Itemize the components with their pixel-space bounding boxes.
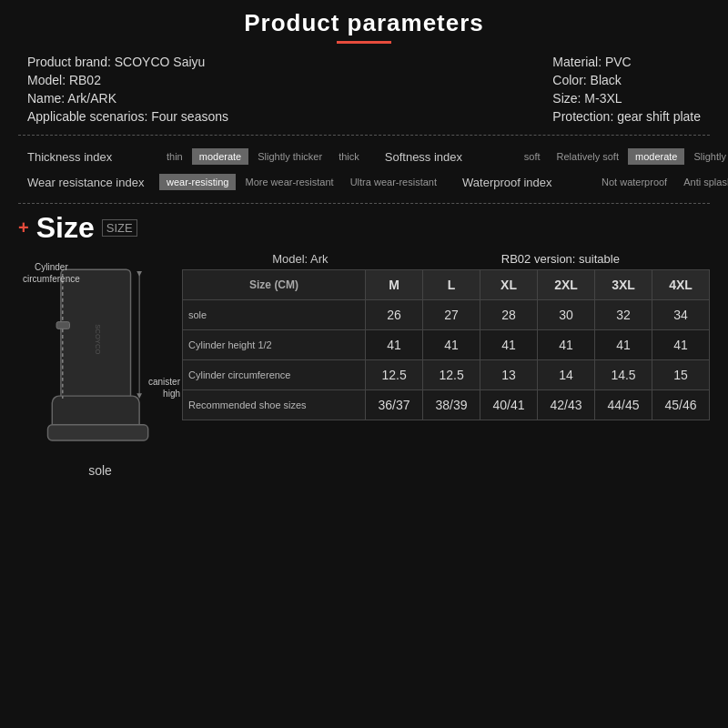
- col-header-4xl: 4XL: [652, 270, 710, 300]
- protection: Protection: gear shift plate: [552, 109, 701, 124]
- header: Product parameters: [18, 9, 710, 44]
- col-header-3xl: 3XL: [595, 270, 652, 300]
- row-label-sole: sole: [183, 300, 366, 330]
- size-table: Size (CM) M L XL 2XL 3XL 4XL sole 26: [182, 269, 710, 420]
- cylh-4xl: 41: [652, 330, 710, 360]
- softness-seg-3: Slightly hard: [686, 148, 728, 165]
- size-table-wrap: Model: Ark RB02 version: suitable Size (…: [182, 252, 710, 478]
- svg-rect-4: [56, 322, 69, 329]
- size-subtitle: SIZE: [102, 219, 137, 237]
- thickness-seg-1: moderate: [192, 148, 248, 165]
- cylc-xl: 13: [480, 360, 538, 390]
- cylh-l: 41: [423, 330, 480, 360]
- row-label-cylinder-height: Cylinder height 1/2: [183, 330, 366, 360]
- wear-seg-2: Ultra wear-resistant: [343, 174, 444, 190]
- shoe-l: 38/39: [423, 390, 480, 420]
- sole-2xl: 30: [538, 300, 595, 330]
- model-headers: Model: Ark RB02 version: suitable: [182, 252, 710, 266]
- row-label-cylinder-circ: Cylinder circumference: [183, 360, 366, 390]
- table-row: Recommended shoe sizes 36/37 38/39 40/41…: [183, 390, 710, 420]
- col-header-xl: XL: [480, 270, 538, 300]
- sole-4xl: 34: [652, 300, 710, 330]
- size-range: Size: M-3XL: [552, 91, 701, 106]
- wear-index-row: Wear resistance index wear-resisting Mor…: [27, 174, 444, 190]
- cylh-2xl: 41: [538, 330, 595, 360]
- product-info-right: Material: PVC Color: Black Size: M-3XL P…: [552, 55, 701, 124]
- svg-rect-2: [48, 425, 148, 440]
- thickness-seg-2: Slightly thicker: [250, 148, 329, 165]
- table-row: Cylinder height 1/2 41 41 41 41 41 41: [183, 330, 710, 360]
- waterproof-index-row: Waterproof index Not waterproof Anti spl…: [462, 174, 728, 190]
- canister-label: canisterhigh: [148, 376, 180, 399]
- softness-seg-0: soft: [517, 148, 548, 165]
- cylinder-label: Cylindercircumference: [23, 261, 80, 285]
- model-header-rb02: RB02 version: suitable: [501, 252, 620, 266]
- page-title: Product parameters: [18, 9, 710, 37]
- waterproof-bar: Not waterproof Anti splashing water wate…: [594, 174, 728, 190]
- sole-l: 27: [423, 300, 480, 330]
- product-info-left: Product brand: SCOYCO Saiyu Model: RB02 …: [27, 55, 228, 124]
- wear-bar: wear-resisting More wear-resistant Ultra…: [159, 174, 444, 190]
- row-label-shoe-sizes: Recommended shoe sizes: [183, 390, 366, 420]
- table-header-row: Size (CM) M L XL 2XL 3XL 4XL: [183, 270, 710, 300]
- waterproof-seg-0: Not waterproof: [594, 174, 674, 190]
- cylc-2xl: 14: [538, 360, 595, 390]
- thickness-index-row: Thickness index thin moderate Slightly t…: [27, 148, 367, 165]
- wear-seg-0: wear-resisting: [159, 174, 236, 190]
- cylc-m: 12.5: [366, 360, 423, 390]
- sole-xl: 28: [480, 300, 538, 330]
- shoe-2xl: 42/43: [538, 390, 595, 420]
- softness-label: Softness index: [385, 150, 517, 164]
- cylh-m: 41: [366, 330, 423, 360]
- size-title: Size: [36, 211, 95, 245]
- wear-seg-1: More wear-resistant: [238, 174, 340, 190]
- thickness-label: Thickness index: [27, 150, 159, 164]
- cylc-3xl: 14.5: [595, 360, 652, 390]
- divider-1: [18, 135, 710, 136]
- model: Model: RB02: [27, 73, 228, 87]
- thickness-seg-0: thin: [159, 148, 190, 165]
- svg-text:SCOYCO: SCOYCO: [94, 324, 102, 354]
- cylh-xl: 41: [480, 330, 538, 360]
- brand: Product brand: SCOYCO Saiyu: [27, 55, 228, 69]
- cylh-3xl: 41: [595, 330, 652, 360]
- softness-seg-1: Relatively soft: [550, 148, 626, 165]
- divider-2: [18, 203, 710, 204]
- waterproof-seg-1: Anti splashing water: [676, 174, 728, 190]
- sole-m: 26: [366, 300, 423, 330]
- boot-diagram: Cylindercircumference SCOYCO: [18, 252, 182, 478]
- color: Color: Black: [552, 73, 701, 87]
- softness-bar: soft Relatively soft moderate Slightly h…: [517, 148, 728, 165]
- size-content: Cylindercircumference SCOYCO: [18, 252, 710, 478]
- table-row: sole 26 27 28 30 32 34: [183, 300, 710, 330]
- col-header-m: M: [366, 270, 423, 300]
- sole-label: sole: [88, 463, 112, 478]
- col-header-size: Size (CM): [183, 270, 366, 300]
- size-header: + Size SIZE: [18, 211, 710, 245]
- cylc-4xl: 15: [652, 360, 710, 390]
- thickness-bar: thin moderate Slightly thicker thick: [159, 148, 367, 165]
- index-section: Thickness index thin moderate Slightly t…: [18, 143, 710, 196]
- material: Material: PVC: [552, 55, 701, 69]
- shoe-xl: 40/41: [480, 390, 538, 420]
- scenarios: Applicable scenarios: Four seasons: [27, 109, 228, 124]
- size-section: + Size SIZE Cylindercircumference: [18, 211, 710, 478]
- table-row: Cylinder circumference 12.5 12.5 13 14 1…: [183, 360, 710, 390]
- softness-index-row: Softness index soft Relatively soft mode…: [385, 148, 728, 165]
- waterproof-label: Waterproof index: [462, 176, 594, 189]
- header-underline: [337, 41, 391, 44]
- shoe-4xl: 45/46: [652, 390, 710, 420]
- shoe-3xl: 44/45: [595, 390, 652, 420]
- name: Name: Ark/ARK: [27, 91, 228, 106]
- cylc-l: 12.5: [423, 360, 480, 390]
- thickness-seg-3: thick: [331, 148, 367, 165]
- product-info: Product brand: SCOYCO Saiyu Model: RB02 …: [18, 55, 710, 124]
- col-header-2xl: 2XL: [538, 270, 595, 300]
- wear-label: Wear resistance index: [27, 176, 159, 189]
- model-header-ark: Model: Ark: [272, 252, 328, 266]
- sole-3xl: 32: [595, 300, 652, 330]
- softness-seg-2: moderate: [628, 148, 684, 165]
- shoe-m: 36/37: [366, 390, 423, 420]
- col-header-l: L: [423, 270, 480, 300]
- size-plus-icon: +: [18, 217, 29, 238]
